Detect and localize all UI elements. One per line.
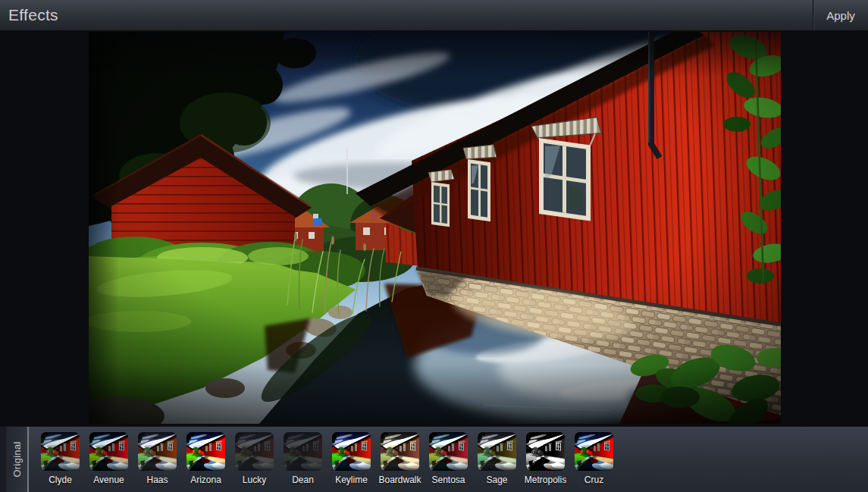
photo-stage — [0, 30, 868, 427]
filter-label: Dean — [292, 475, 314, 485]
photo-preview — [89, 32, 781, 424]
filter-label: Keylime — [335, 475, 368, 485]
filter-thumbnail[interactable] — [186, 432, 225, 471]
filter-thumbnail[interactable] — [381, 432, 419, 471]
filter-thumb-haas[interactable]: Haas — [138, 432, 177, 485]
filter-label: Haas — [146, 475, 168, 485]
filter-thumbnail[interactable] — [332, 432, 371, 471]
filmstrip-left-rail — [0, 427, 6, 492]
filter-thumbnail[interactable] — [478, 432, 516, 471]
filter-thumb-arizona[interactable]: Arizona — [186, 432, 225, 485]
filter-thumbnail[interactable] — [89, 432, 128, 471]
filter-thumb-avenue[interactable]: Avenue — [89, 432, 128, 485]
filmstrip: Original Clyde Avenue Haas — [0, 426, 868, 492]
filter-thumb-sentosa[interactable]: Sentosa — [429, 432, 468, 485]
filter-label: Avenue — [93, 475, 124, 485]
filter-label: Metropolis — [525, 475, 566, 485]
filter-label: Arizona — [190, 475, 221, 485]
filter-thumb-clyde[interactable]: Clyde — [41, 432, 80, 485]
filter-thumbnail[interactable] — [284, 432, 322, 471]
filter-thumbnail[interactable] — [575, 432, 613, 471]
filter-thumb-dean[interactable]: Dean — [284, 432, 322, 485]
filters-strip[interactable]: Clyde Avenue Haas Arizona — [29, 427, 868, 492]
filter-label: Sentosa — [431, 475, 465, 485]
filter-thumb-lucky[interactable]: Lucky — [235, 432, 274, 485]
filter-label: Lucky — [243, 475, 266, 485]
filter-thumbnail[interactable] — [138, 432, 177, 471]
filter-thumb-keylime[interactable]: Keylime — [332, 432, 371, 485]
filter-label: Sage — [486, 475, 507, 485]
filter-thumbnail[interactable] — [526, 432, 565, 471]
filter-thumb-cruz[interactable]: Cruz — [575, 432, 613, 485]
apply-button[interactable]: Apply — [813, 0, 868, 30]
action-bar: Effects Apply — [0, 0, 868, 31]
filter-label: Boardwalk — [378, 475, 421, 485]
original-tab[interactable]: Original — [6, 427, 29, 492]
filter-thumb-sage[interactable]: Sage — [478, 432, 516, 485]
effects-screen: Effects Apply Original Clyde Avenu — [0, 0, 868, 492]
filter-thumb-boardwalk[interactable]: Boardwalk — [381, 432, 419, 485]
filter-thumbnail[interactable] — [41, 432, 80, 471]
filter-thumb-metropolis[interactable]: Metropolis — [526, 432, 565, 485]
filter-thumbnail[interactable] — [235, 432, 274, 471]
page-title: Effects — [8, 6, 58, 24]
filter-label: Clyde — [49, 475, 72, 485]
filter-label: Cruz — [584, 475, 603, 485]
photo-image — [89, 32, 781, 424]
original-tab-label: Original — [11, 441, 23, 477]
filter-thumbnail[interactable] — [429, 432, 468, 471]
